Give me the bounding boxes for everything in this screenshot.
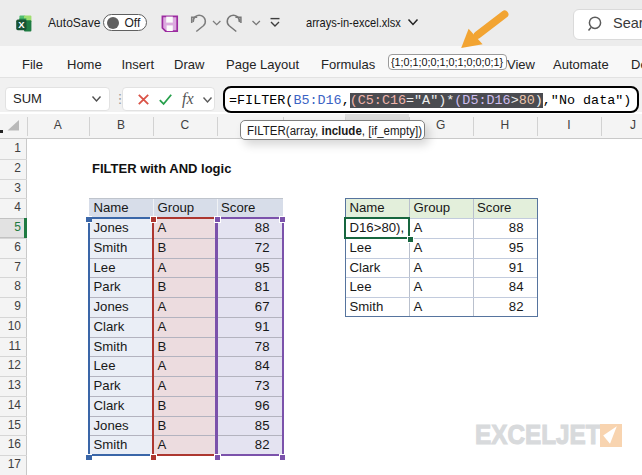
svg-text:X: X: [18, 19, 25, 30]
